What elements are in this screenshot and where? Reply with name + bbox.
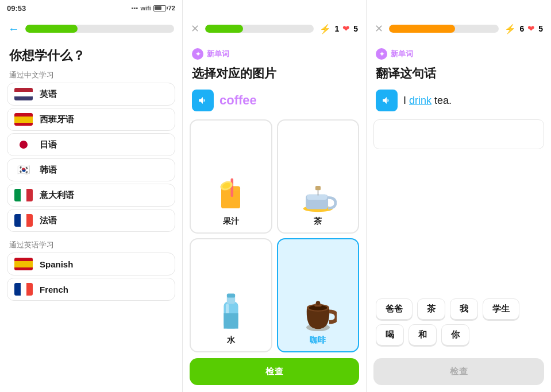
wifi-icon: wifi (140, 5, 151, 11)
bolt-icon-p3: ⚡ (504, 24, 516, 34)
badge-text-p3: 新单词 (391, 49, 413, 59)
bolt-count-p2: 1 (334, 24, 339, 33)
check-button-p2[interactable]: 检查 (190, 358, 359, 385)
exercise-title-p3: 翻译这句话 (367, 62, 551, 87)
heart-icon-p2: ❤ (342, 24, 350, 34)
exercise-title-p2: 选择对应的图片 (183, 62, 366, 87)
heart-count-p2: 5 (353, 24, 358, 33)
new-word-badge-p3: ✦ 新单词 (367, 41, 551, 62)
lang-name-it: 意大利语 (40, 190, 74, 201)
word-chip-1[interactable]: 茶 (417, 298, 445, 320)
badge-circle-p2: ✦ (192, 48, 203, 60)
lang-name-fr-cn: 法语 (40, 215, 57, 226)
section-label-en: 通过英语学习 (0, 236, 182, 253)
word-display-p2: coffee (219, 93, 257, 108)
status-bar: 09:53 ▪▪▪ wifi 72 (0, 0, 182, 16)
top-nav-panel3: ✕ ⚡ 6 ❤ 5 (367, 16, 551, 41)
answer-area-p3[interactable] (373, 119, 544, 149)
lang-item-es[interactable]: 西班牙语 (7, 108, 175, 131)
card-label-juice: 果汁 (223, 216, 239, 227)
progress-bar (25, 25, 174, 33)
card-label-water: 水 (227, 335, 235, 346)
lang-name-ko: 韩语 (40, 165, 57, 176)
lang-name-spanish: Spanish (40, 259, 73, 269)
progress-bar-p3 (389, 25, 499, 33)
svg-rect-19 (316, 301, 320, 305)
battery-icon (153, 5, 166, 11)
stats-p2: ⚡ 1 ❤ 5 (319, 24, 358, 34)
bolt-count-p3: 6 (519, 24, 524, 33)
progress-fill-p3 (389, 25, 455, 33)
svg-rect-9 (315, 186, 321, 190)
word-chip-4[interactable]: 喝 (376, 324, 404, 346)
lang-item-french[interactable]: French (7, 278, 175, 301)
flag-it (14, 189, 33, 201)
image-card-tea[interactable]: 茶 (277, 119, 360, 234)
word-chip-3[interactable]: 学生 (483, 298, 519, 320)
lang-item-fr[interactable]: 法语 (7, 209, 175, 232)
lang-item-spanish[interactable]: Spanish (7, 253, 175, 275)
top-nav-panel1: ← (0, 16, 182, 41)
panel-language-select: 09:53 ▪▪▪ wifi 72 ← 你想学什么？ 通过中文学习 英语 西班牙… (0, 0, 183, 392)
progress-fill-p2 (205, 25, 243, 33)
close-button-p3[interactable]: ✕ (375, 22, 383, 35)
panel-image-select: ✕ ⚡ 1 ❤ 5 ✦ 新单词 选择对应的图片 coffee (183, 0, 367, 392)
card-label-coffee: 咖啡 (310, 335, 326, 346)
lang-name-en: 英语 (40, 89, 57, 100)
word-chip-6[interactable]: 你 (441, 324, 469, 346)
image-grid-p2: 果汁 茶 (183, 119, 366, 352)
page-title: 你想学什么？ (0, 41, 182, 67)
word-row-p2: coffee (183, 87, 366, 119)
word-bank-p3: 爸爸 茶 我 学生 喝 和 你 (367, 292, 551, 352)
tea-image (299, 178, 337, 213)
image-card-water[interactable]: 水 (190, 238, 272, 352)
flag-kr: 🇰🇷 (14, 164, 33, 176)
speaker-button-p2[interactable] (192, 90, 214, 111)
flag-fr-2 (14, 283, 33, 296)
lang-name-french: French (40, 285, 68, 294)
sentence-word-p3: drink (409, 95, 431, 106)
word-chip-5[interactable]: 和 (409, 324, 437, 346)
close-button-p2[interactable]: ✕ (191, 22, 199, 35)
battery-fill (155, 6, 161, 10)
flag-es-2 (14, 258, 33, 270)
juice-image (215, 173, 246, 213)
svg-rect-7 (307, 195, 327, 200)
word-chip-2[interactable]: 我 (450, 298, 478, 320)
image-card-juice[interactable]: 果汁 (190, 119, 272, 234)
battery-pct: 72 (168, 5, 175, 11)
language-list-en: Spanish French (0, 253, 182, 301)
bolt-icon-p2: ⚡ (319, 24, 331, 34)
status-time: 09:53 (7, 4, 26, 13)
stats-p3: ⚡ 6 ❤ 5 (504, 24, 543, 34)
svg-rect-14 (224, 313, 238, 329)
lang-item-ja[interactable]: 日语 (7, 133, 175, 156)
panel-translate: ✕ ⚡ 6 ❤ 5 ✦ 新单词 翻译这句话 I drink tea. 爸爸 茶 … (367, 0, 551, 392)
flag-es (14, 113, 33, 126)
image-card-coffee[interactable]: 咖啡 (277, 238, 360, 352)
word-chip-0[interactable]: 爸爸 (376, 298, 413, 320)
heart-icon-p3: ❤ (527, 24, 535, 34)
language-list-cn: 英语 西班牙语 日语 🇰🇷 韩语 意大利语 法语 (0, 83, 182, 232)
signal-icon: ▪▪▪ (132, 5, 138, 11)
flag-us (14, 88, 33, 100)
lang-name-es: 西班牙语 (40, 114, 74, 125)
lang-item-ko[interactable]: 🇰🇷 韩语 (7, 158, 175, 181)
svg-rect-12 (227, 293, 235, 297)
status-icons: ▪▪▪ wifi 72 (132, 5, 175, 11)
badge-circle-p3: ✦ (376, 48, 387, 60)
speaker-button-p3[interactable] (376, 90, 398, 111)
back-button[interactable]: ← (8, 22, 20, 36)
lang-item-it[interactable]: 意大利语 (7, 184, 175, 207)
lang-item-en[interactable]: 英语 (7, 83, 175, 106)
new-word-badge-p2: ✦ 新单词 (183, 41, 366, 62)
progress-bar-p2 (205, 25, 314, 33)
water-image (219, 290, 242, 332)
lang-name-ja: 日语 (40, 139, 57, 150)
heart-count-p3: 5 (538, 24, 543, 33)
flag-jp (14, 138, 33, 151)
badge-text-p2: 新单词 (207, 49, 229, 59)
section-label-cn: 通过中文学习 (0, 67, 182, 83)
top-nav-panel2: ✕ ⚡ 1 ❤ 5 (183, 16, 366, 41)
check-button-p3: 检查 (373, 358, 544, 385)
